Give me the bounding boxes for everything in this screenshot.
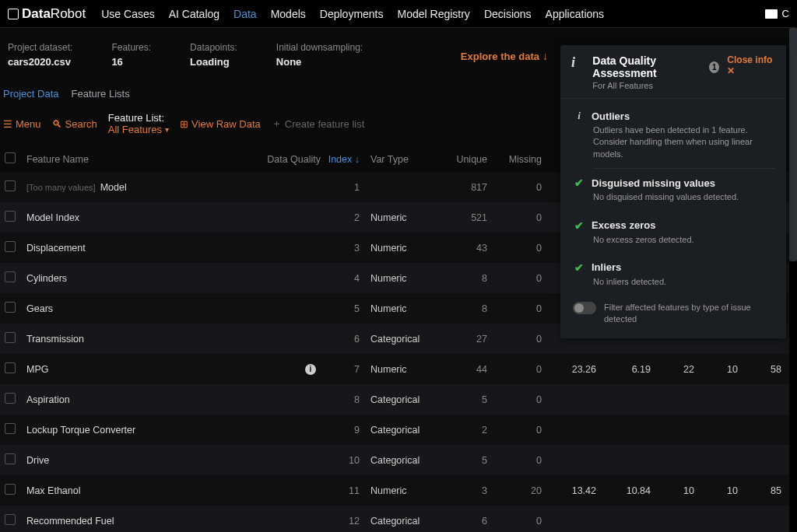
col-unique[interactable]: Unique xyxy=(436,154,487,165)
nav-item-applications[interactable]: Applications xyxy=(546,8,605,20)
dqa-item: iOutliersOutliers have been detected in … xyxy=(593,102,775,169)
feature-name: Aspiration xyxy=(26,394,70,405)
nav-item-use-cases[interactable]: Use Cases xyxy=(101,8,154,20)
row-checkbox[interactable] xyxy=(5,332,16,343)
var-type: Numeric xyxy=(360,364,436,375)
dqa-item-title: Disguised missing values xyxy=(592,177,715,189)
row-checkbox[interactable] xyxy=(5,423,16,434)
datapoints-value: Loading xyxy=(190,56,237,68)
missing: 0 xyxy=(487,516,542,527)
col-index[interactable]: Index ↓ xyxy=(321,154,360,165)
index: 12 xyxy=(321,516,360,527)
nav-item-decisions[interactable]: Decisions xyxy=(484,8,532,20)
nav-items: Use CasesAI CatalogDataModelsDeployments… xyxy=(101,8,604,20)
plus-icon: ＋ xyxy=(272,117,282,131)
col-var-type[interactable]: Var Type xyxy=(360,154,436,165)
feature-list-selector[interactable]: Feature List: All Features ▾ xyxy=(108,112,169,135)
row-checkbox[interactable] xyxy=(5,180,16,191)
features-value: 16 xyxy=(111,56,151,68)
row-checkbox[interactable] xyxy=(5,302,16,313)
table-row[interactable]: Recommended Fuel12Categorical60 xyxy=(0,506,797,532)
menu-label: Menu xyxy=(16,118,41,130)
nav-item-deployments[interactable]: Deployments xyxy=(320,8,384,20)
row-checkbox[interactable] xyxy=(5,211,16,222)
create-label: Create feature list xyxy=(285,118,365,130)
close-info-button[interactable]: Close info ✕ xyxy=(727,54,775,76)
index: 8 xyxy=(321,394,360,405)
stat-c: 10 xyxy=(694,485,738,496)
table-row[interactable]: Max Ethanol11Numeric32013.4210.84101085 xyxy=(0,475,797,506)
feature-name: Gears xyxy=(26,303,53,314)
select-all-checkbox[interactable] xyxy=(5,152,16,163)
row-checkbox[interactable] xyxy=(5,484,16,495)
row-checkbox[interactable] xyxy=(5,514,16,525)
stat-d: 85 xyxy=(738,485,781,496)
unique: 27 xyxy=(436,334,487,345)
dqa-title-text: Data Quality Assessment xyxy=(592,54,704,79)
stat-b: 22 xyxy=(651,364,694,375)
var-type: Categorical xyxy=(360,425,436,436)
info-icon: i xyxy=(573,110,585,122)
table-row[interactable]: Drive10Categorical50 xyxy=(0,445,797,475)
create-feature-list-button[interactable]: ＋Create feature list xyxy=(272,117,365,131)
project-dataset: Project dataset: cars2020.csv xyxy=(8,42,72,68)
tab-project-data[interactable]: Project Data xyxy=(3,88,59,100)
dqa-item-desc: No excess zeros detected. xyxy=(593,234,775,246)
stat-a: 6.19 xyxy=(596,364,651,375)
missing: 0 xyxy=(487,212,542,223)
col-missing[interactable]: Missing xyxy=(487,154,542,165)
col-data-quality[interactable]: Data Quality xyxy=(252,154,321,165)
filter-toggle[interactable] xyxy=(573,302,596,314)
row-checkbox[interactable] xyxy=(5,362,16,373)
feature-name: Model Index xyxy=(26,212,79,223)
explore-data-link[interactable]: Explore the data ↓ xyxy=(461,50,548,62)
scroll-thumb[interactable] xyxy=(789,28,797,261)
nav-item-models[interactable]: Models xyxy=(271,8,306,20)
row-checkbox[interactable] xyxy=(5,453,16,464)
logo-text-b: Robot xyxy=(51,6,86,21)
row-checkbox[interactable] xyxy=(5,241,16,252)
index: 5 xyxy=(321,303,360,314)
index: 4 xyxy=(321,273,360,284)
menu-icon: ☰ xyxy=(3,118,12,130)
scrollbar[interactable] xyxy=(789,28,797,532)
unique: 5 xyxy=(436,394,487,405)
downsample-value: None xyxy=(276,56,363,68)
missing: 0 xyxy=(487,455,542,466)
nav-item-model-registry[interactable]: Model Registry xyxy=(398,8,470,20)
dqa-header: i Data Quality Assessment 1 For All Feat… xyxy=(560,45,786,99)
logo[interactable]: DataRobot xyxy=(8,6,86,22)
col-feature-name[interactable]: Feature Name xyxy=(26,154,252,165)
view-raw-data-button[interactable]: ⊞View Raw Data xyxy=(180,118,261,130)
tab-feature-lists[interactable]: Feature Lists xyxy=(72,88,130,100)
dqa-title: Data Quality Assessment 1 xyxy=(592,54,719,79)
logo-text-a: Data xyxy=(22,6,51,21)
nav-item-ai-catalog[interactable]: AI Catalog xyxy=(169,8,219,20)
missing: 0 xyxy=(487,394,542,405)
dqa-item-title: Inliers xyxy=(592,261,621,273)
var-type: Categorical xyxy=(360,394,436,405)
table-row[interactable]: MPGi7Numeric44023.266.19221058 xyxy=(0,354,797,384)
row-checkbox[interactable] xyxy=(5,271,16,282)
dataset-label: Project dataset: xyxy=(8,42,72,53)
check-icon: ✔ xyxy=(573,261,585,274)
row-checkbox[interactable] xyxy=(5,393,16,404)
search-button[interactable]: 🔍︎Search xyxy=(52,118,97,130)
info-icon[interactable]: i xyxy=(305,364,316,375)
table-row[interactable]: Aspiration8Categorical50 xyxy=(0,384,797,415)
dqa-body: iOutliersOutliers have been detected in … xyxy=(560,99,786,338)
index: 11 xyxy=(321,485,360,496)
datapoints: Datapoints: Loading xyxy=(190,42,237,68)
chevron-down-icon: ▾ xyxy=(165,125,169,134)
explore-label: Explore the data xyxy=(461,51,539,62)
menu-button[interactable]: ☰Menu xyxy=(3,118,41,130)
check-icon: ✔ xyxy=(573,219,585,232)
feature-name: Model xyxy=(100,182,127,193)
unique: 521 xyxy=(436,212,487,223)
table-row[interactable]: Lockup Torque Converter9Categorical20 xyxy=(0,415,797,445)
var-type: Numeric xyxy=(360,243,436,254)
folder-icon[interactable] xyxy=(765,9,778,19)
col-index-label: Index xyxy=(328,154,353,165)
nav-item-data[interactable]: Data xyxy=(233,8,257,20)
dqa-item: ✔InliersNo inliers detected. xyxy=(593,254,775,296)
